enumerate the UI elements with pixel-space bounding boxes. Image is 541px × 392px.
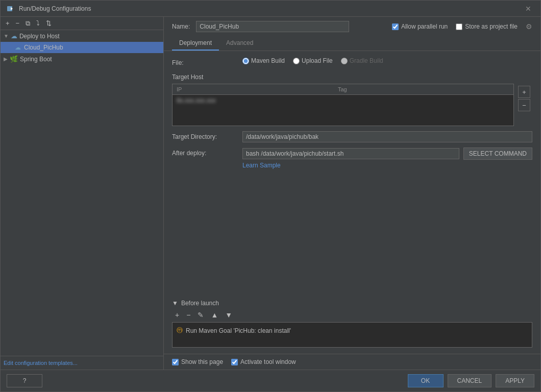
apply-button[interactable]: APPLY [496, 374, 534, 387]
tag-cell [338, 97, 509, 104]
maven-build-option[interactable]: Maven Build [242, 57, 285, 64]
target-dir-input[interactable] [242, 131, 532, 142]
bl-edit-button[interactable]: ✎ [194, 310, 207, 320]
table-header: IP Tag [173, 84, 513, 95]
dialog-footer: ? OK CANCEL APPLY [1, 370, 540, 391]
tab-deployment[interactable]: Deployment [172, 36, 219, 51]
cloud-item-icon: ☁ [15, 44, 21, 51]
sidebar-group-deploy: ▼ ☁ Deploy to Host ☁ Cloud_PicHub [1, 30, 163, 53]
after-deploy-row: After deploy: SELECT COMMAND Learn Sampl… [172, 148, 532, 169]
bl-remove-button[interactable]: − [183, 310, 193, 320]
upload-file-radio[interactable] [293, 58, 300, 64]
deploy-icon: ☁ [11, 32, 17, 40]
sidebar-group-spring-label: Spring Boot [20, 56, 52, 63]
sidebar: + − ⧉ ⤵ ⇅ ▼ ☁ Deploy to Host ☁ Cloud_Pic… [1, 17, 164, 370]
target-host-section: Target Host IP Tag 8x.xxx.xxx.xxx [172, 74, 532, 126]
detail-panel: Name: Allow parallel run Store as projec… [164, 17, 540, 370]
sidebar-group-spring-header[interactable]: ▶ 🌿 Spring Boot [1, 53, 163, 65]
table-side-buttons: + − [516, 84, 532, 126]
chevron-right-icon: ▶ [4, 56, 8, 62]
bl-add-button[interactable]: + [172, 310, 182, 320]
allow-parallel-label[interactable]: Allow parallel run [392, 23, 448, 30]
target-host-title: Target Host [172, 74, 532, 81]
close-button[interactable]: ✕ [522, 4, 534, 14]
name-label: Name: [172, 23, 190, 30]
title-bar-left: Run/Debug Configurations [7, 5, 91, 13]
sort-button[interactable]: ⇅ [44, 19, 54, 28]
target-host-container: IP Tag 8x.xxx.xxx.xxx + [172, 84, 532, 126]
upload-file-option[interactable]: Upload File [293, 57, 333, 64]
target-dir-label: Target Directory: [172, 131, 238, 140]
before-launch-list: ⓜ Run Maven Goal 'PicHub: clean install' [172, 322, 532, 348]
add-host-button[interactable]: + [518, 86, 530, 98]
bl-item-maven[interactable]: ⓜ Run Maven Goal 'PicHub: clean install' [175, 325, 530, 336]
show-page-checkbox[interactable] [172, 359, 179, 365]
bl-move-up-button[interactable]: ▲ [208, 310, 221, 320]
after-deploy-input-row: SELECT COMMAND [242, 148, 532, 160]
chevron-down-icon: ▼ [4, 33, 9, 39]
before-launch-label: Before launch [181, 300, 219, 307]
learn-sample-link[interactable]: Learn Sample [242, 162, 532, 169]
gradle-build-option[interactable]: Gradle Build [341, 57, 383, 64]
show-page-label: Show this page [181, 358, 223, 365]
before-launch-section: ▼ Before launch + − ✎ ▲ ▼ ⓜ Run Maven Go… [172, 300, 532, 348]
bl-item-label: Run Maven Goal 'PicHub: clean install' [186, 327, 291, 334]
gradle-build-radio[interactable] [341, 58, 348, 64]
bottom-options: Show this page Activate tool window [164, 354, 540, 370]
sidebar-group-spring: ▶ 🌿 Spring Boot [1, 53, 163, 65]
move-into-button[interactable]: ⤵ [34, 19, 42, 28]
col-tag-header: Tag [338, 86, 509, 92]
sidebar-items: ▼ ☁ Deploy to Host ☁ Cloud_PicHub ▶ 🌿 Sp… [1, 30, 163, 356]
sidebar-item-cloud-label: Cloud_PicHub [24, 44, 63, 51]
file-row: File: Maven Build Upload File Gradle [172, 57, 532, 66]
store-project-checkbox[interactable] [456, 23, 462, 30]
header-options: Allow parallel run Store as project file… [392, 22, 532, 31]
file-label: File: [172, 57, 238, 66]
after-deploy-input[interactable] [242, 148, 459, 159]
tab-bar: Deployment Advanced [164, 36, 540, 51]
allow-parallel-checkbox[interactable] [392, 23, 399, 30]
name-input[interactable] [196, 21, 349, 32]
ip-cell: 8x.xxx.xxx.xxx [177, 97, 330, 104]
tab-advanced[interactable]: Advanced [219, 36, 260, 51]
target-dir-row: Target Directory: [172, 131, 532, 142]
table-row[interactable]: 8x.xxx.xxx.xxx [173, 95, 513, 106]
sidebar-group-deploy-label: Deploy to Host [19, 33, 60, 40]
show-page-option[interactable]: Show this page [172, 358, 223, 365]
spring-icon: 🌿 [10, 55, 18, 63]
run-debug-dialog: Run/Debug Configurations ✕ + − ⧉ ⤵ ⇅ ▼ ☁… [0, 0, 541, 392]
remove-host-button[interactable]: − [518, 99, 530, 111]
detail-body: File: Maven Build Upload File Gradle [164, 51, 540, 354]
activate-window-option[interactable]: Activate tool window [231, 358, 296, 365]
sidebar-item-cloud-pichub[interactable]: ☁ Cloud_PicHub [1, 42, 163, 53]
dialog-title: Run/Debug Configurations [19, 5, 91, 12]
after-deploy-content: SELECT COMMAND Learn Sample [242, 148, 532, 169]
settings-gear-button[interactable]: ⚙ [526, 22, 532, 31]
select-command-button[interactable]: SELECT COMMAND [463, 148, 532, 160]
sidebar-footer: Edit configuration templates... [1, 356, 163, 370]
copy-config-button[interactable]: ⧉ [23, 19, 32, 28]
ok-button[interactable]: OK [408, 374, 444, 387]
help-button[interactable]: ? [7, 374, 42, 387]
bl-move-down-button[interactable]: ▼ [222, 310, 235, 320]
cancel-button[interactable]: CANCEL [448, 374, 492, 387]
store-project-label[interactable]: Store as project file [456, 23, 518, 30]
detail-header: Name: Allow parallel run Store as projec… [164, 17, 540, 36]
main-content: + − ⧉ ⤵ ⇅ ▼ ☁ Deploy to Host ☁ Cloud_Pic… [1, 17, 540, 370]
title-bar: Run/Debug Configurations ✕ [1, 1, 540, 17]
sidebar-toolbar: + − ⧉ ⤵ ⇅ [1, 17, 163, 30]
add-config-button[interactable]: + [4, 19, 12, 28]
collapse-icon: ▼ [172, 300, 178, 307]
before-launch-toolbar: + − ✎ ▲ ▼ [172, 310, 532, 320]
file-radio-group: Maven Build Upload File Gradle Build [242, 57, 383, 64]
sidebar-group-deploy-header[interactable]: ▼ ☁ Deploy to Host [1, 30, 163, 42]
after-deploy-label: After deploy: [172, 148, 238, 157]
maven-goal-icon: ⓜ [177, 326, 183, 335]
maven-build-radio[interactable] [242, 58, 249, 64]
edit-templates-link[interactable]: Edit configuration templates... [4, 360, 78, 366]
col-ip-header: IP [177, 86, 330, 92]
remove-config-button[interactable]: − [14, 19, 22, 28]
activate-window-checkbox[interactable] [231, 359, 238, 365]
before-launch-header[interactable]: ▼ Before launch [172, 300, 532, 307]
table-body: 8x.xxx.xxx.xxx [173, 95, 513, 126]
